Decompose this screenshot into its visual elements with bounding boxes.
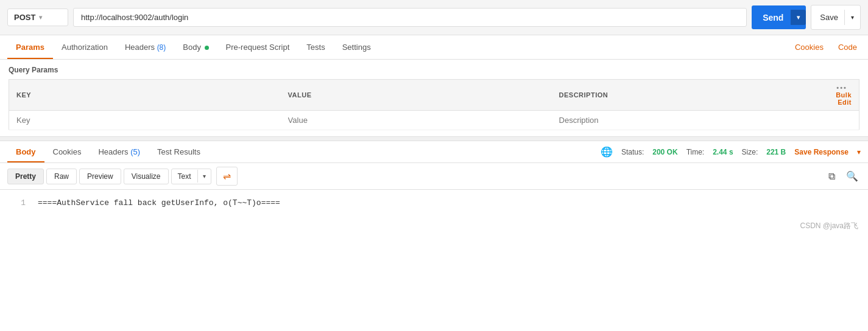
code-link[interactable]: Code [834, 35, 861, 59]
visualize-button[interactable]: Visualize [124, 169, 169, 184]
col-description: DESCRIPTION [552, 80, 823, 111]
format-type-dropdown[interactable]: Text ▾ [171, 169, 211, 184]
save-label: Save [820, 13, 844, 22]
copy-icon[interactable]: ⧉ [826, 168, 838, 184]
tab-tests[interactable]: Tests [298, 35, 333, 59]
response-body-toolbar: Pretty Raw Preview Visualize Text ▾ ⇌ ⧉ … [0, 163, 868, 190]
raw-button[interactable]: Raw [46, 169, 77, 184]
tab-response-test-results[interactable]: Test Results [149, 141, 209, 162]
save-button[interactable]: Save ▾ [811, 5, 861, 30]
toolbar-right: ⧉ 🔍 [826, 168, 861, 184]
bulk-edit-button[interactable]: Bulk Edit [836, 91, 852, 106]
col-value: VALUE [281, 80, 552, 111]
params-table: KEY VALUE DESCRIPTION ••• Bulk Edit [9, 79, 859, 130]
search-icon[interactable]: 🔍 [844, 168, 861, 184]
code-line-1: 1 ====AuthService fall back getUserInfo,… [0, 197, 868, 209]
code-content: ====AuthService fall back getUserInfo, o… [38, 198, 280, 207]
time-value: 2.44 s [713, 148, 733, 156]
url-input[interactable] [73, 8, 747, 27]
send-chevron-icon[interactable]: ▾ [791, 10, 806, 25]
code-area: 1 ====AuthService fall back getUserInfo,… [0, 190, 868, 216]
tab-settings[interactable]: Settings [334, 35, 379, 59]
status-label: Status: [621, 148, 644, 156]
key-input[interactable] [16, 116, 273, 125]
tab-pre-request-script[interactable]: Pre-request Script [217, 35, 298, 59]
response-status-area: 🌐 Status: 200 OK Time: 2.44 s Size: 221 … [601, 146, 861, 158]
tab-response-headers[interactable]: Headers (5) [90, 141, 149, 162]
globe-icon[interactable]: 🌐 [601, 146, 613, 158]
preview-button[interactable]: Preview [79, 169, 121, 184]
value-input[interactable] [288, 116, 545, 125]
save-response-button[interactable]: Save Response [794, 148, 849, 156]
request-right-links: Cookies Code [791, 35, 861, 59]
status-value: 200 OK [652, 148, 677, 156]
col-actions: ••• Bulk Edit [823, 80, 859, 111]
query-params-section: Query Params KEY VALUE DESCRIPTION ••• B… [0, 60, 868, 136]
method-chevron-icon: ▾ [39, 14, 42, 21]
send-label: Send [763, 13, 789, 23]
size-value: 221 B [766, 148, 786, 156]
tab-params[interactable]: Params [7, 35, 53, 59]
response-tabs-bar: Body Cookies Headers (5) Test Results 🌐 … [0, 141, 868, 163]
format-type-label: Text [172, 169, 197, 184]
request-tabs: Params Authorization Headers (8) Body Pr… [0, 35, 868, 60]
query-params-title: Query Params [9, 66, 859, 74]
top-bar: POST ▾ Send ▾ Save ▾ [0, 0, 868, 35]
cookies-link[interactable]: Cookies [791, 35, 827, 59]
tab-body[interactable]: Body [174, 35, 217, 59]
line-number: 1 [7, 198, 26, 207]
time-label: Time: [686, 148, 705, 156]
method-label: POST [14, 13, 35, 22]
tab-authorization[interactable]: Authorization [53, 35, 116, 59]
tab-headers[interactable]: Headers (8) [116, 35, 174, 59]
pretty-button[interactable]: Pretty [7, 169, 44, 184]
more-options-icon[interactable]: ••• [836, 84, 847, 91]
col-key: KEY [9, 80, 281, 111]
format-type-chevron-icon: ▾ [197, 170, 211, 183]
save-response-chevron-icon[interactable]: ▾ [857, 148, 861, 156]
tab-response-cookies[interactable]: Cookies [44, 141, 90, 162]
watermark: CSDN @java路飞 [0, 216, 868, 236]
tab-response-body[interactable]: Body [7, 141, 44, 162]
section-divider [0, 136, 868, 141]
body-active-dot [205, 46, 209, 50]
description-input[interactable] [559, 116, 816, 125]
size-label: Size: [742, 148, 758, 156]
method-select[interactable]: POST ▾ [7, 9, 68, 26]
save-chevron-icon[interactable]: ▾ [844, 10, 860, 25]
wrap-button[interactable]: ⇌ [216, 167, 238, 186]
table-row [9, 111, 859, 130]
send-button[interactable]: Send ▾ [752, 5, 806, 29]
